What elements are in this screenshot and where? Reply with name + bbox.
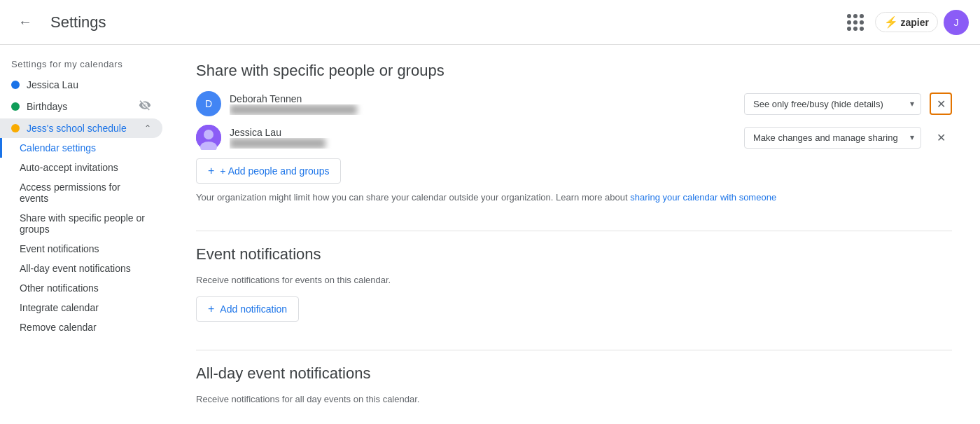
sidebar-sub-calendar-settings[interactable]: Calendar settings	[0, 138, 162, 158]
sidebar: Settings for my calendars Jessica Lau Bi…	[0, 45, 168, 424]
add-notification-label: Add notification	[220, 303, 287, 315]
section-divider-1	[196, 231, 952, 231]
calendar-settings-label: Calendar settings	[20, 142, 96, 153]
deborah-remove-button[interactable]: ✕	[930, 93, 952, 115]
allday-section: All-day event notifications Receive noti…	[196, 364, 952, 404]
jessica-lau-label: Jessica Lau	[27, 79, 151, 90]
jessica-remove-button[interactable]: ✕	[930, 126, 952, 149]
header-right: ⚡ zapier J	[841, 8, 969, 36]
sidebar-section-title: Settings for my calendars	[0, 50, 168, 75]
zapier-bolt-icon: ⚡	[884, 15, 898, 29]
jessica-email-blurred: jessica.lau@school.edu	[230, 138, 326, 149]
sidebar-sub-other-notifications[interactable]: Other notifications	[0, 278, 162, 298]
access-permissions-label: Access permissions for events	[20, 182, 120, 204]
add-people-plus-icon: +	[208, 165, 214, 177]
event-notifications-label: Event notifications	[20, 243, 99, 254]
share-specific-label: Share with specific people or groups	[20, 212, 145, 235]
event-notifications-section: Event notifications Receive notification…	[196, 245, 952, 322]
deborah-permission-select[interactable]: See only free/busy (hide details) See al…	[744, 93, 921, 115]
deborah-avatar: D	[196, 91, 221, 116]
share-section: Share with specific people or groups D D…	[196, 62, 952, 203]
deborah-permission-wrap: See only free/busy (hide details) See al…	[744, 93, 921, 115]
deborah-info: Deborah Tennen deborah.tennen@example.co…	[230, 93, 736, 115]
grid-apps-button[interactable]	[841, 8, 869, 36]
chevron-up-icon: ⌃	[144, 123, 151, 133]
other-notifications-label: Other notifications	[20, 282, 99, 294]
content-area: Share with specific people or groups D D…	[168, 45, 980, 424]
add-people-button[interactable]: + + Add people and groups	[196, 158, 341, 184]
org-note-text: Your organization might limit how you ca…	[196, 192, 628, 203]
allday-notifications-label: All-day event notifications	[20, 263, 131, 274]
add-people-label: + Add people and groups	[220, 165, 329, 177]
header-left: ← Settings	[11, 8, 106, 36]
org-note: Your organization might limit how you ca…	[196, 192, 952, 203]
integrate-calendar-label: Integrate calendar	[20, 302, 99, 313]
svg-point-1	[204, 130, 214, 139]
deborah-email: deborah.tennen@example.com	[230, 104, 384, 115]
add-notification-button[interactable]: + Add notification	[196, 296, 299, 322]
add-notification-plus-icon: +	[208, 303, 214, 315]
event-notifications-subtitle: Receive notifications for events on this…	[196, 275, 952, 285]
auto-accept-label: Auto-accept invitations	[20, 162, 118, 173]
allday-subtitle: Receive notifications for all day events…	[196, 394, 952, 404]
jessica-permission-wrap: See only free/busy (hide details) See al…	[744, 127, 921, 149]
jessica-name: Jessica Lau	[230, 127, 736, 138]
jess-school-dot	[11, 124, 20, 132]
event-notifications-title: Event notifications	[196, 245, 952, 264]
sidebar-sub-access-permissions[interactable]: Access permissions for events	[0, 177, 162, 208]
page-title: Settings	[50, 13, 106, 32]
sidebar-item-jessica-lau[interactable]: Jessica Lau	[0, 75, 162, 95]
allday-title: All-day event notifications	[196, 364, 952, 383]
zapier-logo[interactable]: ⚡ zapier	[875, 12, 938, 32]
org-note-link[interactable]: sharing your calendar with someone	[630, 192, 776, 203]
back-button[interactable]: ←	[11, 8, 39, 36]
main-layout: Settings for my calendars Jessica Lau Bi…	[0, 45, 980, 424]
jessica-permission-select[interactable]: See only free/busy (hide details) See al…	[744, 127, 921, 149]
sidebar-sub-integrate-calendar[interactable]: Integrate calendar	[0, 298, 162, 317]
sidebar-sub-share-specific[interactable]: Share with specific people or groups	[0, 208, 162, 239]
deborah-email-blurred: deborah.tennen@example.com	[230, 104, 357, 115]
birthdays-dot	[11, 102, 20, 111]
hidden-icon	[139, 99, 151, 114]
jess-school-label: Jess's school schedule	[27, 123, 137, 134]
sidebar-item-jess-school[interactable]: Jess's school schedule ⌃	[0, 118, 162, 138]
sidebar-sub-remove-calendar[interactable]: Remove calendar	[0, 317, 162, 337]
jessica-avatar	[196, 125, 221, 150]
jessica-email: jessica.lau@school.edu	[230, 138, 384, 149]
remove-calendar-label: Remove calendar	[20, 322, 97, 333]
jessica-lau-dot	[11, 81, 20, 89]
sidebar-sub-event-notifications[interactable]: Event notifications	[0, 239, 162, 259]
user-avatar[interactable]: J	[944, 10, 969, 35]
deborah-name: Deborah Tennen	[230, 93, 736, 104]
share-row-deborah: D Deborah Tennen deborah.tennen@example.…	[196, 91, 952, 116]
section-divider-2	[196, 350, 952, 350]
sidebar-sub-auto-accept[interactable]: Auto-accept invitations	[0, 158, 162, 177]
app-header: ← Settings ⚡ zapier J	[0, 0, 980, 45]
sidebar-sub-allday-notifications[interactable]: All-day event notifications	[0, 259, 162, 278]
grid-dots-icon	[847, 14, 864, 31]
zapier-label: zapier	[901, 17, 929, 28]
birthdays-label: Birthdays	[27, 101, 132, 112]
sidebar-item-birthdays[interactable]: Birthdays	[0, 95, 162, 118]
share-section-title: Share with specific people or groups	[196, 62, 952, 80]
share-row-jessica: Jessica Lau jessica.lau@school.edu See o…	[196, 125, 952, 150]
jessica-info: Jessica Lau jessica.lau@school.edu	[230, 127, 736, 149]
